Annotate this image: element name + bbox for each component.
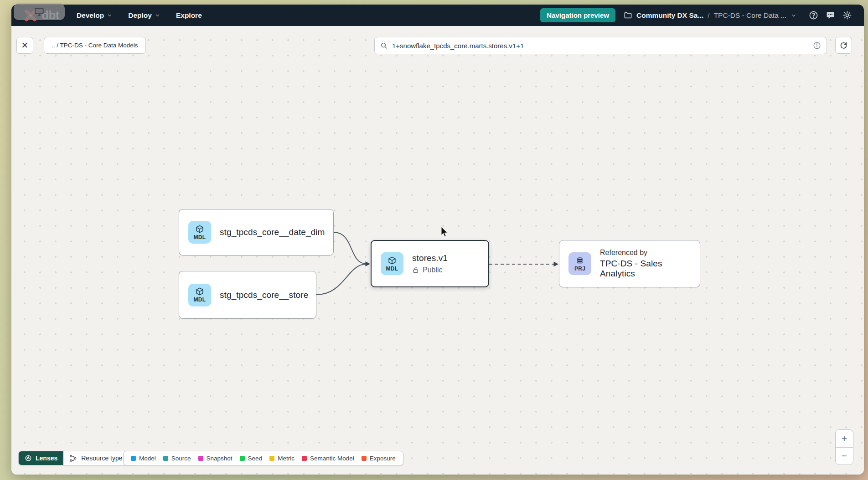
legend-label: Seed <box>248 455 263 462</box>
breadcrumb-separator: / <box>708 11 709 20</box>
legend-swatch <box>240 456 245 461</box>
chevron-down-icon[interactable] <box>790 12 797 19</box>
legend-item: Metric <box>269 455 294 462</box>
cube-icon <box>388 256 397 265</box>
node-pretitle: Referenced by <box>600 249 691 257</box>
view-controls: Lenses Resource type <box>18 451 140 465</box>
stack-icon <box>575 256 584 265</box>
cube-icon <box>195 225 204 234</box>
path-breadcrumb-chip[interactable]: .. / TPC-DS - Core Data Models <box>44 37 146 54</box>
legend-swatch <box>302 456 307 461</box>
node-title: stores.v1 <box>412 253 448 263</box>
unlock-icon <box>412 266 419 274</box>
screen-share-indicator[interactable] <box>14 4 65 20</box>
search-icon <box>380 42 388 50</box>
chevron-down-icon <box>155 12 160 18</box>
legend-item: Source <box>163 455 191 462</box>
project-badge: PRJ <box>568 252 591 275</box>
app-window: dbt Develop Deploy Explore Navigation pr… <box>11 5 864 475</box>
model-badge: MDL <box>381 252 403 275</box>
help-icon[interactable] <box>809 10 818 20</box>
refresh-button[interactable] <box>835 37 852 54</box>
badge-label: MDL <box>194 296 206 303</box>
navbar-icons <box>809 10 852 20</box>
nav-item-explore[interactable]: Explore <box>176 11 202 20</box>
model-badge: MDL <box>188 221 211 244</box>
access-row: Public <box>412 266 448 274</box>
legend-item: Seed <box>240 455 263 462</box>
lenses-button[interactable]: Lenses <box>19 451 63 465</box>
legend-label: Semantic Model <box>310 455 354 462</box>
legend-label: Exposure <box>370 455 396 462</box>
breadcrumb-project[interactable]: Community DX Sa... <box>636 11 703 20</box>
legend-item: Semantic Model <box>302 455 354 462</box>
zoom-controls: + − <box>835 429 853 465</box>
gear-icon[interactable] <box>842 10 852 20</box>
nav-item-deploy[interactable]: Deploy <box>128 11 160 20</box>
navigation-preview-badge[interactable]: Navigation preview <box>540 8 615 22</box>
zoom-out-button[interactable]: − <box>836 448 853 465</box>
nav-menu: Develop Deploy Explore <box>77 11 202 20</box>
node-title: stg_tpcds_core__date_dim <box>220 227 325 237</box>
badge-label: MDL <box>194 234 206 240</box>
legend-label: Metric <box>278 455 294 462</box>
legend: ModelSourceSnapshotSeedMetricSemantic Mo… <box>123 451 403 465</box>
badge-label: PRJ <box>574 266 585 272</box>
folder-icon <box>624 11 632 20</box>
access-label: Public <box>423 266 443 274</box>
legend-swatch <box>269 456 274 461</box>
legend-label: Source <box>171 455 191 462</box>
breadcrumb-context[interactable]: TPC-DS - Core Data ... <box>714 11 786 20</box>
node-stores-v1[interactable]: MDL stores.v1 Public <box>371 240 489 287</box>
search-input[interactable] <box>392 42 809 50</box>
top-navbar: dbt Develop Deploy Explore Navigation pr… <box>11 5 864 26</box>
cube-icon <box>195 287 204 296</box>
legend-item: Exposure <box>362 455 396 462</box>
badge-label: MDL <box>386 266 398 272</box>
node-stg-tpcds-core-date-dim[interactable]: MDL stg_tpcds_core__date_dim <box>179 209 334 255</box>
zoom-in-button[interactable]: + <box>836 430 853 448</box>
legend-item: Snapshot <box>198 455 232 462</box>
legend-item: Model <box>131 455 156 462</box>
legend-label: Model <box>139 455 156 462</box>
node-title: TPC-DS - Sales Analytics <box>600 259 691 279</box>
close-button[interactable]: ✕ <box>16 37 33 54</box>
resource-graph-icon <box>69 454 77 462</box>
node-tpcds-sales-analytics[interactable]: PRJ Referenced by TPC-DS - Sales Analyti… <box>559 240 700 287</box>
refresh-icon <box>839 41 848 50</box>
node-title: stg_tpcds_core__store <box>220 290 308 300</box>
legend-label: Snapshot <box>207 455 232 462</box>
legend-swatch <box>163 456 168 461</box>
legend-swatch <box>131 456 136 461</box>
navbar-right: Navigation preview Community DX Sa... / … <box>540 8 852 22</box>
nav-item-develop[interactable]: Develop <box>77 11 113 20</box>
legend-swatch <box>362 456 367 461</box>
chevron-down-icon <box>107 12 113 18</box>
monitor-icon <box>34 7 44 17</box>
legend-swatch <box>198 456 203 461</box>
model-badge: MDL <box>188 284 211 306</box>
lineage-search <box>374 37 827 54</box>
info-icon[interactable] <box>813 41 821 50</box>
lens-aperture-icon <box>25 454 32 462</box>
node-stg-tpcds-core-store[interactable]: MDL stg_tpcds_core__store <box>179 271 316 319</box>
feedback-icon[interactable] <box>826 10 835 20</box>
breadcrumb: Community DX Sa... / TPC-DS - Core Data … <box>624 11 797 20</box>
